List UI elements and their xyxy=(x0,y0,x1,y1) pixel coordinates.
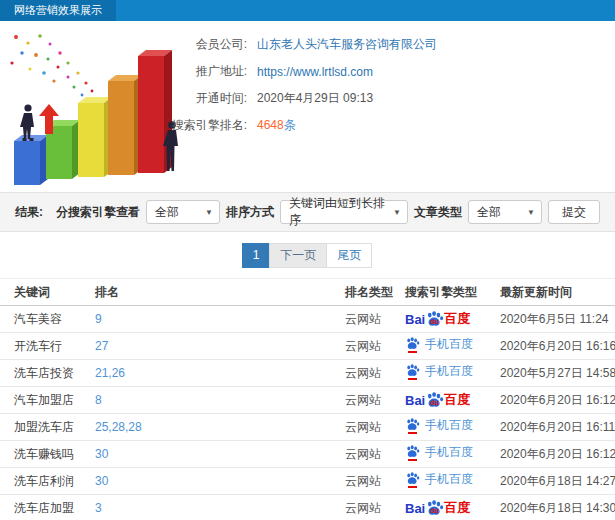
confetti-dots xyxy=(10,34,93,96)
chevron-down-icon: ▼ xyxy=(393,208,401,217)
cell-rank-type: 云网站 xyxy=(345,360,405,387)
cell-engine: Baidu百度 xyxy=(405,495,500,520)
mobile-baidu-label: 手机百度 xyxy=(425,471,473,488)
mobile-baidu-logo: 手机百度 xyxy=(405,363,473,380)
cell-keyword: 洗车店投资 xyxy=(0,360,95,387)
baidu-paw-icon xyxy=(405,337,420,350)
baidu-logo-cn: 百度 xyxy=(444,310,470,328)
mobile-baidu-paw xyxy=(405,472,420,488)
info-row-rankcount: 搜索引擎排名: 4648条 xyxy=(165,112,615,139)
baidu-logo: Baidu百度 xyxy=(405,391,470,409)
table-row: 洗车赚钱吗30云网站手机百度2020年6月20日 16:12 xyxy=(0,441,615,468)
mobile-baidu-label: 手机百度 xyxy=(425,363,473,380)
engine-filter-select[interactable]: 全部 ▼ xyxy=(146,200,220,224)
page-1-button[interactable]: 1 xyxy=(242,243,271,268)
filter-bar: 结果: 分搜索引擎查看 全部 ▼ 排序方式 关键词由短到长排序 ▼ 文章类型 全… xyxy=(0,192,615,232)
baidu-paw-icon xyxy=(405,418,420,431)
cell-update-time: 2020年6月20日 16:12 xyxy=(500,387,615,414)
cell-keyword: 加盟洗车店 xyxy=(0,414,95,441)
cell-rank-type: 云网站 xyxy=(345,387,405,414)
mobile-baidu-paw xyxy=(405,364,420,380)
header-keyword: 关键词 xyxy=(0,279,95,306)
chevron-down-icon: ▼ xyxy=(205,208,213,217)
cell-engine: 手机百度 xyxy=(405,468,500,495)
baidu-logo-du: du xyxy=(430,507,439,514)
baidu-logo-bai: Bai xyxy=(405,312,425,327)
cell-rank-type: 云网站 xyxy=(345,495,405,520)
table-row: 汽车加盟店8云网站Baidu百度2020年6月20日 16:12 xyxy=(0,387,615,414)
url-label: 推广地址: xyxy=(165,63,247,80)
mobile-baidu-underline xyxy=(408,432,417,434)
baidu-paw: du xyxy=(425,500,444,516)
cell-rank: 21,26 xyxy=(95,360,345,387)
rankcount-number: 4648 xyxy=(257,118,284,132)
info-fields: 会员公司: 山东老人头汽车服务咨询有限公司 推广地址: https://www.… xyxy=(165,31,615,139)
cell-rank: 8 xyxy=(95,387,345,414)
table-row: 开洗车行27云网站手机百度2020年6月20日 16:16 xyxy=(0,333,615,360)
cell-keyword: 洗车店利润 xyxy=(0,468,95,495)
mobile-baidu-logo: 手机百度 xyxy=(405,417,473,434)
pagination-wrap: 1 下一页 尾页 xyxy=(0,232,615,278)
article-type-select[interactable]: 全部 ▼ xyxy=(468,200,542,224)
article-type-value: 全部 xyxy=(477,204,501,221)
cell-rank-type: 云网站 xyxy=(345,414,405,441)
cell-rank: 25,28,28 xyxy=(95,414,345,441)
cell-keyword: 汽车加盟店 xyxy=(0,387,95,414)
last-page-button[interactable]: 尾页 xyxy=(326,243,372,268)
table-body: 汽车美容9云网站Baidu百度2020年6月5日 11:24开洗车行27云网站手… xyxy=(0,306,615,520)
header-rank: 排名 xyxy=(95,279,345,306)
cell-engine: 手机百度 xyxy=(405,360,500,387)
cell-rank: 30 xyxy=(95,441,345,468)
baidu-logo-bai: Bai xyxy=(405,393,425,408)
mobile-baidu-underline xyxy=(408,486,417,488)
cell-engine: Baidu百度 xyxy=(405,387,500,414)
submit-button[interactable]: 提交 xyxy=(548,200,600,224)
cell-keyword: 洗车店加盟 xyxy=(0,495,95,520)
mobile-baidu-underline xyxy=(408,351,417,353)
cell-update-time: 2020年6月20日 16:12 xyxy=(500,441,615,468)
page-title: 网络营销效果展示 xyxy=(0,0,116,21)
mobile-baidu-logo: 手机百度 xyxy=(405,471,473,488)
cell-keyword: 开洗车行 xyxy=(0,333,95,360)
mobile-baidu-underline xyxy=(408,459,417,461)
cell-keyword: 汽车美容 xyxy=(0,306,95,333)
cell-update-time: 2020年5月27日 14:58 xyxy=(500,360,615,387)
rankcount-label: 搜索引擎排名: xyxy=(165,117,247,134)
table-row: 洗车店利润30云网站手机百度2020年6月18日 14:27 xyxy=(0,468,615,495)
rankings-table: 关键词 排名 排名类型 搜索引擎类型 最新更新时间 汽车美容9云网站Baidu百… xyxy=(0,278,615,520)
cell-rank-type: 云网站 xyxy=(345,306,405,333)
sort-select[interactable]: 关键词由短到长排序 ▼ xyxy=(280,200,408,224)
article-type-label: 文章类型 xyxy=(414,204,462,221)
company-link[interactable]: 山东老人头汽车服务咨询有限公司 xyxy=(257,36,437,53)
next-page-button[interactable]: 下一页 xyxy=(269,243,327,268)
baidu-logo-du: du xyxy=(430,318,439,325)
mobile-baidu-paw xyxy=(405,418,420,434)
top-bar: 网络营销效果展示 xyxy=(0,0,615,21)
cell-update-time: 2020年6月20日 16:16 xyxy=(500,333,615,360)
mobile-baidu-logo: 手机百度 xyxy=(405,444,473,461)
promotion-url-link[interactable]: https://www.lrtlsd.com xyxy=(257,65,373,79)
info-section: 会员公司: 山东老人头汽车服务咨询有限公司 推广地址: https://www.… xyxy=(0,21,615,192)
mobile-baidu-label: 手机百度 xyxy=(425,417,473,434)
table-row: 洗车店投资21,26云网站手机百度2020年5月27日 14:58 xyxy=(0,360,615,387)
cell-update-time: 2020年6月5日 11:24 xyxy=(500,306,615,333)
filter-controls: 分搜索引擎查看 全部 ▼ 排序方式 关键词由短到长排序 ▼ 文章类型 全部 ▼ … xyxy=(56,200,600,224)
cell-update-time: 2020年6月20日 16:11 xyxy=(500,414,615,441)
rankcount-unit: 条 xyxy=(284,118,296,132)
mobile-baidu-underline xyxy=(408,378,417,380)
table-row: 洗车店加盟3云网站Baidu百度2020年6月18日 14:30 xyxy=(0,495,615,520)
cell-engine: 手机百度 xyxy=(405,441,500,468)
baidu-paw: du xyxy=(425,392,444,408)
mobile-baidu-paw xyxy=(405,445,420,461)
cell-update-time: 2020年6月18日 14:27 xyxy=(500,468,615,495)
company-label: 会员公司: xyxy=(165,36,247,53)
cell-engine: 手机百度 xyxy=(405,414,500,441)
cell-rank-type: 云网站 xyxy=(345,468,405,495)
info-row-company: 会员公司: 山东老人头汽车服务咨询有限公司 xyxy=(165,31,615,58)
chevron-down-icon: ▼ xyxy=(527,208,535,217)
baidu-paw: du xyxy=(425,311,444,327)
mobile-baidu-label: 手机百度 xyxy=(425,444,473,461)
baidu-logo-cn: 百度 xyxy=(444,391,470,409)
pagination: 1 下一页 尾页 xyxy=(243,243,373,268)
bar-chart-illustration xyxy=(2,29,182,187)
